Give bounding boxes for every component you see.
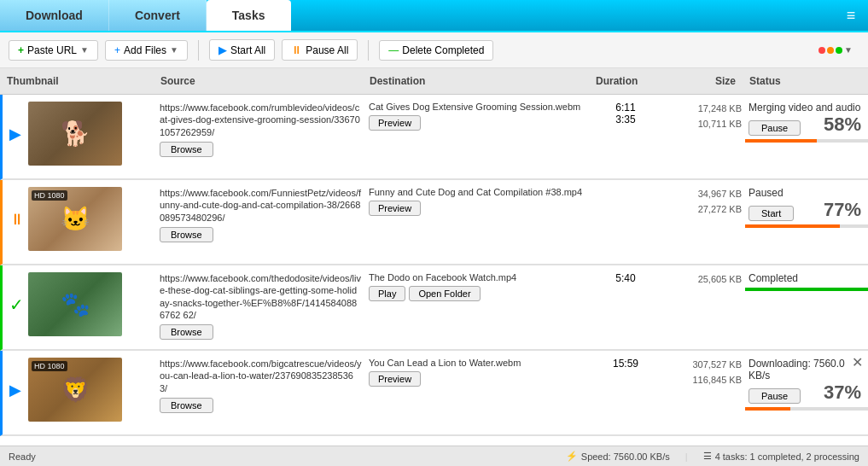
task-progress-bar-container-4 (745, 407, 868, 411)
task-progress-bar-3 (745, 288, 868, 291)
tasks-list-icon: ☰ (703, 451, 712, 462)
task-status-cell-3: Completed (745, 265, 868, 291)
task-status-text-4: Downloading: 7560.0 KB/s (749, 358, 865, 382)
task-thumb-badge-2: HD 1080 (32, 190, 67, 201)
task-duration1-3: 5:40 (595, 272, 656, 284)
delete-icon: — (388, 44, 399, 56)
task-play-button-3[interactable]: Play (369, 286, 405, 301)
toolbar-separator-2 (368, 40, 369, 61)
task-pause-button-1[interactable]: Pause (749, 120, 801, 136)
task-status-text-2: Paused (749, 187, 784, 199)
tab-tasks[interactable]: Tasks (207, 0, 292, 31)
task-size2-4: 116,845 KB (663, 373, 742, 388)
col-header-thumbnail: Thumbnail (0, 72, 154, 90)
task-thumbnail-cell-3: ✓ 🐾 (3, 265, 156, 343)
status-speed: ⚡ Speed: 7560.00 KB/s (566, 451, 670, 462)
pause-icon: ⏸ (291, 44, 302, 56)
task-dest-cell-2: Funny and Cute Dog and Cat Compilation #… (365, 180, 591, 223)
task-close-button-4[interactable]: ✕ (852, 356, 863, 370)
plus-files-icon: + (114, 44, 120, 56)
dot-red (818, 47, 825, 54)
task-size-cell-4: 307,527 KB 116,845 KB (660, 351, 745, 394)
plus-icon: + (18, 44, 24, 56)
col-header-source: Source (154, 72, 363, 90)
task-dest-file-3: The Dodo on Facebook Watch.mp4 (369, 272, 588, 283)
pause-all-label: Pause All (306, 44, 348, 56)
task-progress-bar-1 (745, 139, 817, 143)
delete-completed-button[interactable]: — Delete Completed (379, 40, 493, 61)
task-preview-button-2[interactable]: Preview (369, 201, 421, 216)
task-size1-1: 17,248 KB (663, 102, 742, 117)
task-source-cell-2: https://www.facebook.com/FunniestPetz/vi… (156, 180, 365, 249)
task-progress-bar-2 (745, 224, 840, 228)
task-size-cell-1: 17,248 KB 10,711 KB (660, 95, 745, 138)
hamburger-menu-button[interactable]: ≡ (834, 0, 868, 31)
pause-all-button[interactable]: ⏸ Pause All (282, 39, 358, 61)
task-dest-actions-2: Preview (369, 201, 588, 216)
add-files-button[interactable]: + Add Files ▼ (105, 40, 188, 61)
dot-green (836, 47, 842, 54)
thumb-visual-1: 🐕 (28, 102, 122, 166)
task-thumbnail-cell-4: ▶ HD 1080 🦁 (3, 351, 156, 428)
dots-dropdown-arrow: ▼ (844, 45, 853, 55)
task-percent-4: 37% (824, 382, 861, 404)
start-all-button[interactable]: ▶ Start All (209, 39, 275, 61)
task-source-url-2: https://www.facebook.com/FunniestPetz/vi… (160, 187, 362, 224)
task-size-cell-3: 25,605 KB (660, 265, 745, 294)
task-duration-cell-1: 6:11 3:35 (591, 95, 660, 132)
task-dest-actions-3: Play Open Folder (369, 286, 588, 301)
tab-convert-label: Convert (135, 9, 180, 22)
task-size2-1: 10,711 KB (663, 117, 742, 132)
tab-download[interactable]: Download (0, 0, 109, 31)
tab-convert[interactable]: Convert (109, 0, 207, 31)
task-preview-button-1[interactable]: Preview (369, 115, 421, 131)
paste-url-button[interactable]: + Paste URL ▼ (9, 40, 98, 61)
task-duration2-1: 3:35 (595, 114, 656, 125)
add-files-label: Add Files (124, 44, 166, 56)
task-preview-button-4[interactable]: Preview (369, 371, 421, 387)
task-size-cell-2: 34,967 KB 27,272 KB (660, 180, 745, 224)
status-separator: | (685, 451, 688, 462)
table-header: Thumbnail Source Destination Duration Si… (0, 68, 868, 95)
task-duration-cell-3: 5:40 (591, 265, 660, 291)
task-status-icon-3: ✓ (9, 294, 24, 315)
task-dest-file-4: You Can Lead a Lion to Water.webm (369, 358, 588, 368)
task-thumb-badge-4: HD 1080 (32, 361, 67, 371)
task-source-url-3: https://www.facebook.com/thedodosite/vid… (160, 272, 362, 321)
task-thumbnail-cell-2: ⏸ HD 1080 🐱 (3, 180, 156, 258)
task-browse-button-2[interactable]: Browse (160, 227, 213, 242)
status-speed-label: Speed: 7560.00 KB/s (581, 451, 670, 462)
task-duration-cell-4: 15:59 (591, 351, 660, 376)
tab-bar: Download Convert Tasks ≡ (0, 0, 868, 32)
paste-url-dropdown-arrow: ▼ (80, 45, 89, 55)
task-start-button-2[interactable]: Start (749, 206, 794, 221)
task-dest-actions-1: Preview (369, 115, 588, 131)
task-browse-button-1[interactable]: Browse (160, 142, 213, 157)
more-options-button[interactable]: ▼ (812, 42, 859, 58)
col-header-status: Status (743, 72, 868, 90)
task-browse-button-3[interactable]: Browse (160, 324, 213, 340)
task-status-text-1: Merging video and audio (749, 102, 860, 114)
task-dest-actions-4: Preview (369, 371, 588, 387)
task-thumbnail-4: HD 1080 🦁 (28, 358, 122, 422)
tab-tasks-label: Tasks (232, 9, 265, 22)
status-ready: Ready (9, 451, 36, 462)
paste-url-label: Paste URL (27, 44, 77, 56)
col-header-destination: Destination (363, 72, 589, 90)
status-tasks-info: ☰ 4 tasks: 1 completed, 2 processing (703, 451, 859, 462)
task-open-folder-button-3[interactable]: Open Folder (409, 286, 480, 301)
task-duration-cell-2 (591, 180, 660, 194)
task-duration1-1: 6:11 (595, 102, 656, 114)
task-duration1-4: 15:59 (595, 358, 656, 370)
task-size1-4: 307,527 KB (663, 358, 742, 373)
lightning-icon: ⚡ (566, 451, 578, 462)
task-percent-1: 58% (824, 114, 861, 136)
tab-download-label: Download (26, 9, 83, 22)
status-tasks-label: 4 tasks: 1 completed, 2 processing (715, 451, 859, 462)
task-percent-2: 77% (824, 199, 861, 221)
task-pause-button-4[interactable]: Pause (749, 388, 801, 404)
task-status-cell-2: Paused Start 77% (745, 180, 868, 228)
task-thumbnail-3: 🐾 (28, 272, 122, 336)
col-header-size: Size (657, 72, 743, 90)
task-browse-button-4[interactable]: Browse (160, 398, 213, 413)
